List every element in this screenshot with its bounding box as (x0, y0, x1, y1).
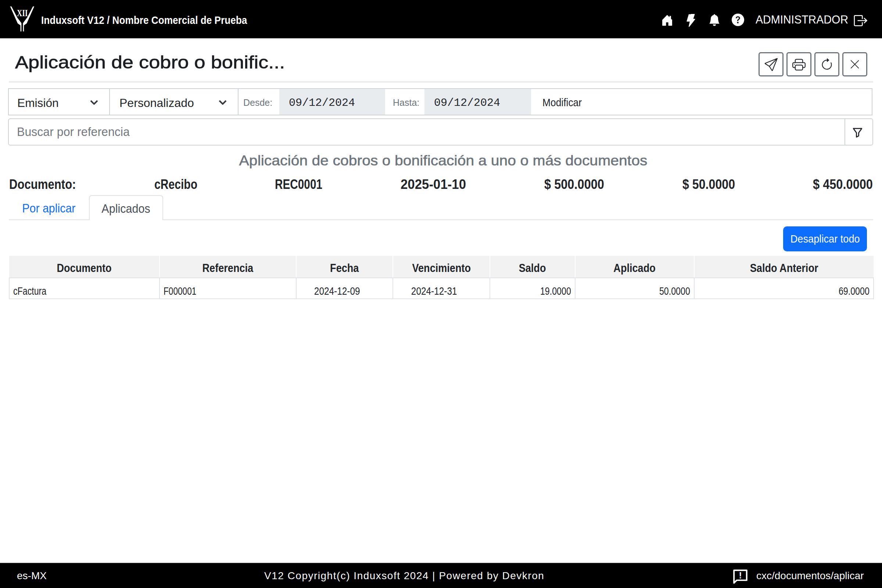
svg-text:!: ! (739, 570, 742, 580)
svg-text:XII: XII (17, 8, 28, 18)
